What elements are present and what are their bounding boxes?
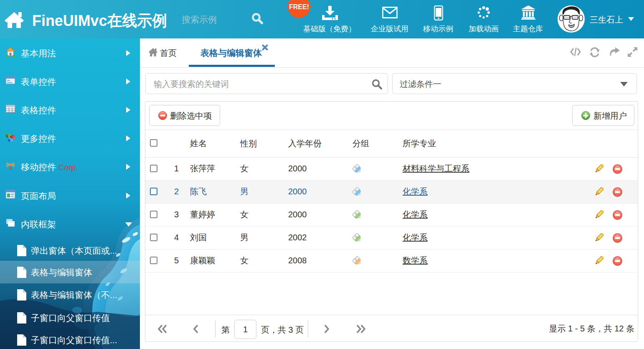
svg-text:FREE!: FREE! [289, 3, 309, 10]
